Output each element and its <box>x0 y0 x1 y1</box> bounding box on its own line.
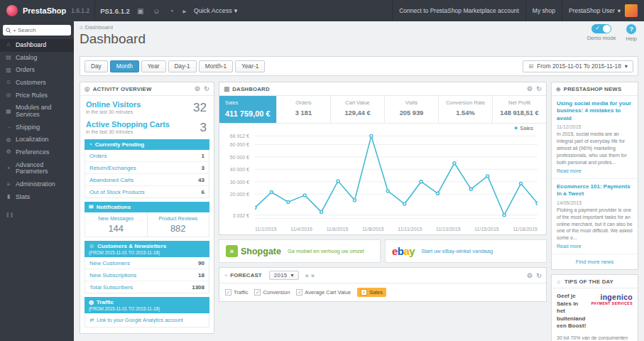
article-title-link[interactable]: Ecommerce 101: Payments in a Tweet <box>557 183 633 198</box>
kpi-cart-value[interactable]: Cart Value129,44 € <box>331 96 385 123</box>
google-analytics-link[interactable]: ⇄ Link to your Google Analytics account <box>84 313 209 328</box>
kpi-net-profit[interactable]: Net Profit148 918,51 € <box>493 96 546 123</box>
sidebar-item-customers[interactable]: ☺Customers <box>0 77 74 90</box>
refresh-icon[interactable]: ↻ <box>204 85 209 92</box>
notifications-header: ✉Notifications <box>84 202 209 212</box>
customers-icon[interactable]: ☺ <box>151 7 162 15</box>
find-more-news-link[interactable]: Find more news <box>552 254 638 269</box>
search-scope-caret-icon[interactable]: ▾ <box>13 28 16 33</box>
active-carts-row[interactable]: Active Shopping Carts in the last 30 min… <box>80 116 214 136</box>
search-input[interactable] <box>18 27 59 33</box>
legend-item-traffic[interactable]: ✓Traffic <box>225 289 248 296</box>
gear-icon[interactable]: ⚙ <box>195 85 200 92</box>
kpi-visits[interactable]: Visits205 939 <box>385 96 439 123</box>
kpi-conversion-rate[interactable]: Conversion Rate1.54% <box>439 96 493 123</box>
legend-item-sales[interactable]: ✓Sales <box>357 288 386 297</box>
sidebar-item-label: Advanced Parameters <box>16 162 69 175</box>
filter-day-button[interactable]: Day <box>84 60 108 72</box>
product-reviews-cell[interactable]: Product Reviews 882 <box>147 212 209 237</box>
shopgate-cta-link[interactable]: Ga mobiel en verhoog uw omzet <box>288 248 364 254</box>
filter-year-button[interactable]: Year <box>141 60 166 72</box>
marketplace-link[interactable]: Connect to PrestaShop Marketplace accoun… <box>392 0 525 21</box>
shop-name[interactable]: PS1.6.1.2 <box>100 7 130 15</box>
online-visitors-row[interactable]: Online Visitors in the last 30 minutes 3… <box>80 96 214 116</box>
chart-legend-sales[interactable]: ● Sales <box>514 125 533 131</box>
pending-row-orders[interactable]: Orders1 <box>85 150 209 162</box>
news-article: Ecommerce 101: Payments in a Tweet 14/05… <box>552 179 638 254</box>
help-button[interactable]: ? Help <box>626 24 637 42</box>
chevron-down-icon: ▾ <box>618 7 621 14</box>
topbar-right: Connect to PrestaShop Marketplace accoun… <box>392 0 644 21</box>
sidebar-item-price-rules[interactable]: ◎Price Rules <box>0 90 74 102</box>
ebay-cta-link[interactable]: Start uw eBay-winkel vandaag <box>421 248 493 254</box>
online-visitors-value: 32 <box>193 101 207 115</box>
sidebar-item-orders[interactable]: ▥Orders <box>0 64 74 77</box>
pending-row-out-of-stock[interactable]: Out of Stock Products6 <box>85 186 209 197</box>
forecast-icon: ◔ <box>224 272 227 279</box>
my-shop-link[interactable]: My shop <box>525 0 562 21</box>
pending-row-abandoned-carts[interactable]: Abandoned Carts43 <box>85 174 209 186</box>
new-messages-cell[interactable]: New Messages 144 <box>85 212 147 237</box>
ebay-letter: e <box>392 245 398 257</box>
news-panel-header: ◈ PRESTASHOP NEWS <box>552 82 638 96</box>
cart-icon[interactable]: ▣ <box>135 7 146 15</box>
sidebar-collapse-button[interactable]: ‖ ‖ <box>0 203 74 227</box>
y-tick-label: 50 000 € <box>230 154 249 159</box>
prev-year-icon[interactable]: « <box>305 272 309 279</box>
sidebar-item-stats[interactable]: ▮Stats <box>0 191 74 204</box>
sidebar-item-catalog[interactable]: ▤Catalog <box>0 52 74 65</box>
sidebar-item-modules[interactable]: ▦Modules and Services <box>0 102 74 121</box>
read-more-link[interactable]: Read more <box>557 244 582 249</box>
activity-panel-title: ACTIVITY OVERVIEW <box>93 86 152 92</box>
toggle-switch[interactable]: ✓ <box>591 24 611 33</box>
user-menu[interactable]: PrestaShop User ▾ <box>562 0 644 21</box>
refresh-icon[interactable]: ↻ <box>536 272 542 279</box>
legend-item-conversion[interactable]: ✓Conversion <box>254 289 290 296</box>
debug-icon[interactable]: ▸ <box>181 7 189 15</box>
sidebar-item-localization[interactable]: ◍Localization <box>0 134 74 146</box>
ebay-letter: y <box>409 245 415 257</box>
sidebar-item-advanced-parameters[interactable]: +Advanced Parameters <box>0 159 74 178</box>
next-year-icon[interactable]: » <box>311 272 315 279</box>
sidebar-item-shipping[interactable]: →Shipping <box>0 121 74 134</box>
kpi-row: Sales411 759,00 € Orders3 181 Cart Value… <box>219 96 546 124</box>
filter-day-1-button[interactable]: Day-1 <box>168 60 197 72</box>
kpi-orders[interactable]: Orders3 181 <box>277 96 331 123</box>
sidebar-search[interactable]: ▾ <box>3 25 71 36</box>
row-label: Return/Exchanges <box>89 165 136 171</box>
date-range-picker[interactable]: ⊞ From 2015-11-01 To 2015-11-18 ▾ <box>523 60 633 72</box>
refresh-icon[interactable]: ↻ <box>536 85 542 92</box>
kpi-sales[interactable]: Sales411 759,00 € <box>219 96 277 123</box>
row-new-subscriptions[interactable]: New Subscriptions18 <box>85 269 209 281</box>
tips-panel-title: TIPS OF THE DAY <box>564 278 613 285</box>
filter-year-1-button[interactable]: Year-1 <box>235 60 265 72</box>
gear-icon[interactable]: ⚙ <box>527 272 533 279</box>
currently-pending-title: Currently Pending <box>95 141 144 148</box>
sidebar-item-administration[interactable]: ≡Administration <box>0 178 74 191</box>
quick-access-label: Quick Access <box>194 7 232 14</box>
filter-month-button[interactable]: Month <box>110 60 139 72</box>
row-total-subscribers[interactable]: Total Subscribers1308 <box>85 281 209 293</box>
ebay-module-ad: ebay Start uw eBay-winkel vandaag <box>385 239 547 263</box>
sidebar-item-preferences[interactable]: ⚙Preferences <box>0 146 74 159</box>
legend-label: Average Cart Value <box>305 289 351 296</box>
article-title-link[interactable]: Using social media for your business: 4 … <box>557 100 633 122</box>
forecast-year-select[interactable]: 2015 ▾ <box>269 271 299 280</box>
row-label: Total Subscribers <box>89 284 133 291</box>
ebay-logo: ebay <box>392 245 415 257</box>
currently-pending-header: ◔Currently Pending <box>84 139 209 150</box>
quick-access-menu[interactable]: Quick Access ▾ <box>194 7 238 14</box>
demo-mode-toggle[interactable]: ✓ Demo mode <box>587 24 616 42</box>
stats-icon[interactable]: ◔ <box>168 7 176 15</box>
traffic-header: ◍Traffic (FROM 2015-11-01 TO 2015-11-18) <box>84 297 209 313</box>
row-new-customers[interactable]: New Customers90 <box>85 257 209 269</box>
filter-month-1-button[interactable]: Month-1 <box>199 60 233 72</box>
gear-icon[interactable]: ⚙ <box>527 85 533 92</box>
sidebar-item-dashboard[interactable]: ⌂Dashboard <box>0 39 74 52</box>
activity-icon: ◎ <box>84 85 90 92</box>
x-tick-label: 11/11/2015 <box>398 227 422 232</box>
read-more-link[interactable]: Read more <box>557 168 582 173</box>
legend-item-average-cart-value[interactable]: ✓Average Cart Value <box>296 289 351 296</box>
customers-newsletters-header: ☺Customers & Newsletters (FROM 2015-11-0… <box>84 241 209 257</box>
pending-row-returns[interactable]: Return/Exchanges3 <box>85 162 209 174</box>
